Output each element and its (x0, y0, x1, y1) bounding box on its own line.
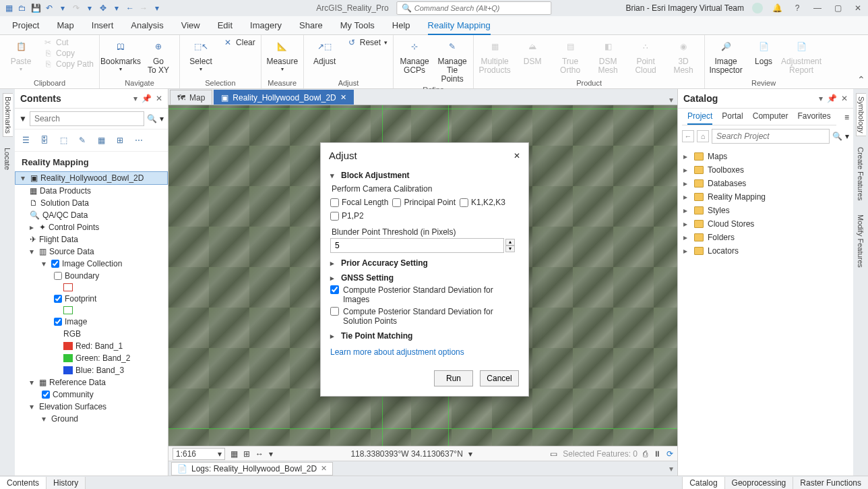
status-btn-icon[interactable]: ▾ (269, 449, 273, 459)
section-gnss[interactable]: ▸GNSS Setting (330, 273, 519, 283)
tree-node[interactable]: Community (15, 389, 168, 401)
scale-combo[interactable]: 1:616▾ (173, 448, 225, 460)
tree-node[interactable]: ▾▥Source Data (15, 246, 168, 258)
command-search-input[interactable] (414, 4, 547, 12)
blunder-input[interactable] (330, 238, 504, 253)
search-options-icon[interactable]: ▾ (845, 132, 849, 141)
pause-icon[interactable]: ⏸ (653, 449, 661, 459)
open-icon[interactable]: 🗀 (18, 3, 27, 13)
tree-node[interactable]: Footprint (15, 293, 168, 305)
menu-help[interactable]: Help (392, 20, 410, 30)
catalog-tab-computer[interactable]: Computer (753, 111, 788, 125)
list-by-editing-icon[interactable]: ✎ (75, 134, 89, 147)
menu-mytools[interactable]: My Tools (340, 20, 375, 30)
catalog-tab-portal[interactable]: Portal (722, 111, 743, 125)
bottom-tab-raster-functions[interactable]: Raster Functions (793, 477, 868, 489)
user-avatar[interactable] (752, 3, 763, 13)
tree-node[interactable]: ▾▦Reference Data (15, 376, 168, 389)
more-icon[interactable]: ⋯ (132, 134, 146, 147)
search-options-icon[interactable]: ▾ (160, 114, 164, 123)
logs-button[interactable]: 📄Logs (748, 38, 779, 66)
bottom-tab-catalog[interactable]: Catalog (682, 477, 724, 489)
measure-button[interactable]: 📐Measure▾ (267, 38, 298, 73)
adjust-button[interactable]: ↗⬚Adjust (309, 38, 340, 66)
refresh-icon[interactable]: ⟳ (666, 449, 673, 459)
back-icon[interactable]: ← (125, 3, 135, 13)
status-btn-icon[interactable]: ↔ (255, 449, 264, 459)
catalog-item[interactable]: ▸Databases (679, 177, 852, 190)
collapse-ribbon-icon[interactable]: ⌃ (857, 74, 865, 85)
undo-icon[interactable]: ↶ (44, 3, 54, 13)
menu-project[interactable]: Project (12, 20, 39, 30)
menu-reality-mapping[interactable]: Reality Mapping (428, 20, 491, 35)
layer-checkbox[interactable] (42, 391, 50, 399)
tree-node[interactable]: ✈Flight Data (15, 233, 168, 246)
undo-drop-icon[interactable]: ▾ (58, 3, 67, 13)
panel-close-icon[interactable]: ✕ (156, 94, 162, 103)
section-tie-point[interactable]: ▸Tie Point Matching (330, 331, 519, 341)
focal-length-checkbox[interactable]: Focal Length (330, 198, 388, 207)
bottom-tab-history[interactable]: History (46, 477, 86, 489)
layer-checkbox[interactable] (51, 260, 59, 268)
menu-analysis[interactable]: Analysis (131, 20, 163, 30)
user-label[interactable]: Brian - Esri Imagery Virtual Team (625, 3, 744, 13)
learn-more-link[interactable]: Learn more about adjustment options (330, 342, 519, 362)
catalog-menu-icon[interactable]: ≡ (844, 113, 849, 122)
posterior-images-checkbox[interactable] (330, 285, 339, 294)
close-icon[interactable]: ✕ (852, 2, 864, 14)
panel-close-icon[interactable]: ✕ (841, 94, 848, 103)
notifications-icon[interactable]: 🔔 (771, 2, 783, 14)
spin-down-icon[interactable]: ▾ (505, 246, 515, 252)
vtab-bookmarks[interactable]: Bookmarks (3, 93, 13, 137)
vtab-locate[interactable]: Locate (3, 145, 12, 173)
catalog-item[interactable]: ▸Styles (679, 204, 852, 217)
tree-node[interactable]: ▦Data Products (15, 185, 168, 197)
manage-tie-points-button[interactable]: ✎Manage Tie Points (437, 38, 468, 84)
reset-button[interactable]: ↺Reset ▾ (347, 38, 388, 47)
catalog-item[interactable]: ▸Folders (679, 231, 852, 244)
tab-menu-icon[interactable]: ▾ (669, 464, 677, 473)
list-by-labeling-icon[interactable]: ⊞ (113, 134, 127, 147)
bookmarks-button[interactable]: 🕮Bookmarks▾ (105, 38, 136, 73)
doc-tab-map[interactable]: 🗺Map (170, 90, 212, 105)
maximize-icon[interactable]: ▢ (832, 2, 844, 14)
layer-checkbox[interactable] (54, 272, 62, 280)
catalog-item[interactable]: ▸Toolboxes (679, 163, 852, 177)
catalog-item[interactable]: ▸Maps (679, 150, 852, 163)
spin-up-icon[interactable]: ▴ (505, 239, 515, 246)
image-inspector-button[interactable]: 🔎Image Inspector (710, 38, 741, 75)
tree-project-node[interactable]: ▾▣Reality_Hollywood_Bowl_2D (15, 171, 168, 185)
run-button[interactable]: Run (434, 370, 473, 386)
cancel-button[interactable]: Cancel (480, 370, 519, 386)
tree-node[interactable]: Boundary (15, 270, 168, 282)
pin-icon[interactable]: 📌 (827, 94, 837, 103)
catalog-search-input[interactable] (712, 129, 830, 144)
redo-drop-icon[interactable]: ▾ (85, 3, 94, 13)
principal-point-checkbox[interactable]: Principal Point (392, 198, 456, 207)
bottom-tab-contents[interactable]: Contents (0, 477, 46, 489)
menu-view[interactable]: View (181, 20, 200, 30)
panel-menu-icon[interactable]: ▾ (133, 94, 137, 103)
status-btn-icon[interactable]: ▦ (230, 449, 238, 459)
save-icon[interactable]: 💾 (31, 3, 40, 13)
contents-search-input[interactable] (30, 111, 144, 126)
search-icon[interactable]: 🔍 (147, 114, 157, 123)
list-by-source-icon[interactable]: 🗄 (38, 134, 51, 147)
clear-button[interactable]: ✕Clear (223, 38, 255, 47)
coord-format-icon[interactable]: ▾ (468, 449, 472, 459)
select-button[interactable]: ⬚↖Select▾ (185, 38, 216, 73)
list-by-snapping-icon[interactable]: ▦ (94, 134, 108, 147)
catalog-tab-project[interactable]: Project (687, 111, 712, 125)
catalog-item[interactable]: ▸Cloud Stores (679, 217, 852, 231)
tree-node[interactable]: ▾Image Collection (15, 258, 168, 270)
redo-icon[interactable]: ↷ (71, 3, 81, 13)
search-icon[interactable]: 🔍 (832, 132, 842, 141)
menu-edit[interactable]: Edit (218, 20, 232, 30)
qat-customize-icon[interactable]: ▾ (152, 3, 162, 13)
panel-menu-icon[interactable]: ▾ (819, 94, 823, 103)
map-view[interactable]: Adjust ✕ ▾Block Adjustment Perform Camer… (168, 105, 677, 446)
k123-checkbox[interactable]: K1,K2,K3 (460, 198, 505, 207)
logs-tab[interactable]: 📄Logs: Reality_Hollywood_Bowl_2D✕ (171, 462, 333, 476)
posterior-solution-checkbox[interactable] (330, 307, 339, 316)
tree-node[interactable]: ▾Elevation Surfaces (15, 401, 168, 413)
